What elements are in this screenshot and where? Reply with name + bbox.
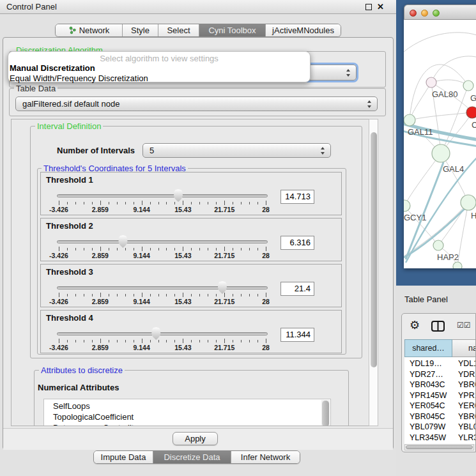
dropdown-option-manual-discretization[interactable]: Manual Discretization: [10, 63, 95, 73]
combo-arrows-icon: [321, 147, 325, 155]
column-header-name[interactable]: na: [452, 339, 476, 357]
cell-name: YDR2: [458, 370, 476, 379]
cell-shared-name: YER054C: [410, 401, 445, 410]
network-node-label: GAL11: [408, 127, 433, 137]
table-row[interactable]: YBL079WYBL0: [404, 422, 476, 433]
close-traffic-light-icon[interactable]: [410, 10, 417, 17]
network-node[interactable]: [432, 144, 450, 162]
slider-tick-label: 15.43: [174, 206, 191, 213]
minimize-traffic-light-icon[interactable]: [421, 10, 428, 17]
network-node[interactable]: [433, 240, 443, 250]
table-row[interactable]: YPR145WYPR1: [404, 390, 476, 401]
table-body[interactable]: YDL19…YDL1YDR27…YDR2YBR043CYBR0YPR145WYP…: [404, 357, 476, 444]
attribute-list-item[interactable]: BetweennessCentrality: [53, 423, 138, 426]
tab-network-label: Network: [79, 26, 110, 35]
slider-tick-label: 9.144: [133, 298, 150, 305]
threshold-value-field[interactable]: 11.344: [280, 328, 314, 342]
threshold-label: Threshold 1: [46, 175, 93, 185]
threshold-value-field[interactable]: 14.713: [280, 190, 314, 204]
dropdown-option-equal-width-frequency[interactable]: Equal Width/Frequency Discretization: [10, 73, 148, 83]
tab-cyni-toolbox[interactable]: Cyni Toolbox: [199, 24, 265, 36]
slider-tick-label: 28: [262, 298, 270, 305]
network-canvas[interactable]: GAL80GACGAL11GAL4GCY1HHAP2: [404, 20, 476, 268]
slider-tick-label: 2.859: [92, 206, 109, 213]
tab-jactivemnodules-label: jActiveMNodules: [272, 26, 334, 35]
column-header-shared-name[interactable]: shared…: [404, 339, 452, 357]
attributes-list-scrollbar[interactable]: [321, 400, 330, 426]
threshold-slider-thumb[interactable]: [174, 189, 183, 202]
float-window-icon[interactable]: [365, 4, 372, 10]
tab-network[interactable]: Network: [56, 24, 122, 36]
settings-scroll-viewport: Interval Definition Number of Intervals …: [11, 119, 369, 426]
apply-button[interactable]: Apply: [173, 432, 218, 445]
numerical-attributes-list[interactable]: SelfLoopsTopologicalCoefficientBetweenne…: [43, 399, 331, 426]
attribute-list-item[interactable]: TopologicalCoefficient: [53, 412, 134, 422]
threshold-slider-thumb[interactable]: [217, 281, 227, 294]
tab-impute-data[interactable]: Impute Data: [94, 451, 153, 463]
table-row[interactable]: YLR345WYLR3: [404, 433, 476, 443]
table-data-combobox-value: galFiltered.sif default node: [22, 97, 119, 111]
number-of-intervals-value: 5: [150, 144, 154, 157]
threshold-slider-thumb[interactable]: [151, 327, 161, 340]
table-row[interactable]: YBR045CYBR0: [404, 411, 476, 422]
tab-cyni-toolbox-label: Cyni Toolbox: [208, 26, 256, 35]
table-hscrollbar-thumb[interactable]: [406, 445, 473, 449]
screen: Control Panel ✕ Network Style Select Cyn…: [0, 0, 476, 476]
table-row[interactable]: YBR043CYBR0: [404, 380, 476, 390]
dropdown-prompt-item[interactable]: Select algorithm to view settings: [8, 54, 310, 63]
network-node-label: H: [471, 211, 476, 220]
threshold-slider-thumb[interactable]: [118, 235, 128, 248]
attribute-list-item[interactable]: SelfLoops: [53, 401, 90, 411]
table-data-combobox[interactable]: galFiltered.sif default node: [15, 96, 378, 111]
tab-discretize-data[interactable]: Discretize Data: [153, 451, 231, 463]
network-view-window: GAL80GACGAL11GAL4GCY1HHAP2: [404, 4, 476, 268]
threshold-value-field[interactable]: 6.316: [280, 236, 314, 250]
window-title: Control Panel: [6, 0, 57, 14]
threshold-slider-track[interactable]: [57, 240, 268, 243]
number-of-intervals-label: Number of Intervals: [57, 146, 135, 155]
tab-impute-data-label: Impute Data: [101, 452, 146, 462]
panel-scrollbar-track[interactable]: [369, 119, 378, 426]
network-node[interactable]: [463, 81, 473, 91]
number-of-intervals-combobox[interactable]: 5: [142, 143, 331, 158]
threshold-label: Threshold 4: [46, 313, 93, 323]
table-row[interactable]: YDR27…YDR2: [404, 369, 476, 380]
cell-shared-name: YBL079W: [410, 422, 445, 431]
gear-icon[interactable]: ⚙: [410, 318, 420, 332]
threshold-value-field[interactable]: 21.4: [280, 282, 314, 296]
network-node[interactable]: [404, 200, 410, 211]
network-node[interactable]: [453, 262, 462, 268]
slider-tick-label: 15.43: [174, 298, 191, 305]
network-node[interactable]: [461, 195, 476, 210]
tab-select[interactable]: Select: [158, 24, 199, 36]
column-checkbox-icons[interactable]: ☑☑: [457, 321, 471, 330]
close-icon[interactable]: ✕: [377, 1, 384, 13]
threshold-slider-track[interactable]: [57, 286, 268, 289]
cell-name: YPR1: [458, 391, 476, 400]
slider-tick-label: 2.859: [92, 298, 109, 305]
slider-tick-label: 9.144: [133, 344, 150, 351]
table-hscrollbar[interactable]: [404, 444, 474, 450]
panel-scrollbar-thumb[interactable]: [371, 132, 377, 367]
network-window-titlebar[interactable]: [404, 4, 476, 20]
split-columns-icon[interactable]: [431, 321, 445, 334]
network-node[interactable]: [426, 77, 436, 88]
table-row[interactable]: YDL19…YDL1: [404, 358, 476, 369]
threshold-slider-track[interactable]: [57, 194, 268, 197]
cell-shared-name: YPR145W: [410, 391, 447, 400]
cell-shared-name: YBR045C: [410, 412, 445, 421]
zoom-traffic-light-icon[interactable]: [433, 10, 440, 17]
tab-infer-network-label: Infer Network: [241, 452, 290, 462]
cell-name: YBR0: [458, 380, 476, 389]
tab-style[interactable]: Style: [122, 24, 158, 36]
table-row[interactable]: YER054CYER0: [404, 401, 476, 411]
threshold-slider-track[interactable]: [57, 332, 268, 335]
bottom-tabbar: Impute Data Discretize Data Infer Networ…: [93, 450, 300, 464]
network-node[interactable]: [466, 107, 476, 118]
network-node[interactable]: [404, 114, 415, 126]
attributes-group-label: Attributes to discretize: [39, 365, 125, 375]
table-toolbar: ⚙ ☑☑: [402, 314, 475, 339]
tab-jactivemnodules[interactable]: jActiveMNodules: [265, 24, 341, 36]
algorithm-dropdown-popup: Select algorithm to view settings Manual…: [8, 51, 311, 82]
tab-infer-network[interactable]: Infer Network: [231, 451, 300, 463]
